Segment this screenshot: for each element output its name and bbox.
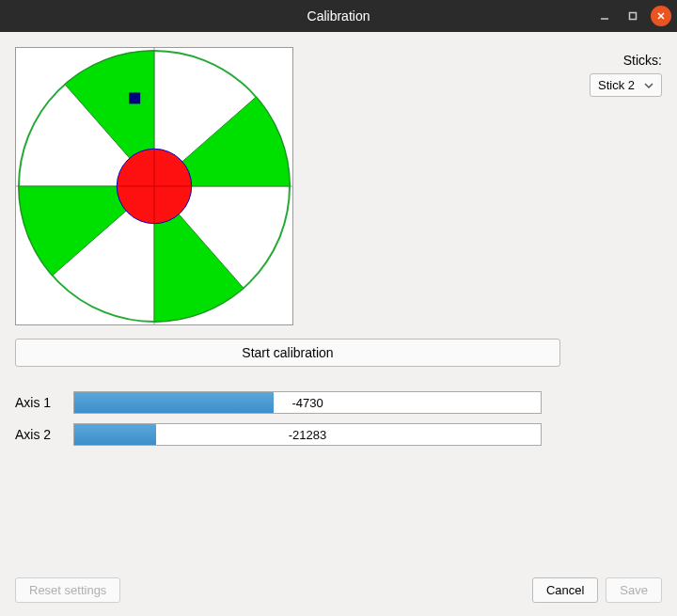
maximize-icon[interactable] [622,6,643,26]
stick-diagram [16,48,292,324]
cancel-button[interactable]: Cancel [532,577,598,603]
stick-visualizer [15,47,293,325]
window-content: Sticks: Stick 2 Start calibration Axis 1… [0,32,677,616]
start-calibration-button[interactable]: Start calibration [15,339,560,367]
axis-2-bar: -21283 [73,423,542,446]
axis-1-value: -4730 [291,396,323,410]
window-controls [594,6,671,26]
axis-label: Axis 2 [15,427,60,442]
axis-1-bar: -4730 [73,391,542,414]
sticks-dropdown[interactable]: Stick 2 [590,73,662,97]
axes-list: Axis 1 -4730 Axis 2 -21283 [15,391,662,446]
axis-row: Axis 1 -4730 [15,391,662,414]
save-button[interactable]: Save [606,577,662,603]
window-titlebar: Calibration [0,0,677,32]
axis-row: Axis 2 -21283 [15,423,662,446]
axis-2-fill [74,424,156,445]
stick-position-indicator [129,92,140,103]
axis-2-value: -21283 [289,428,326,442]
reset-settings-button[interactable]: Reset settings [15,577,120,603]
chevron-down-icon [644,83,653,88]
window-title: Calibration [0,8,677,24]
sticks-selected: Stick 2 [598,78,635,92]
svg-rect-1 [630,13,637,20]
close-icon[interactable] [651,6,671,26]
minimize-icon[interactable] [594,6,615,26]
sticks-label: Sticks: [623,53,662,68]
axis-1-fill [74,392,274,413]
axis-label: Axis 1 [15,395,60,410]
